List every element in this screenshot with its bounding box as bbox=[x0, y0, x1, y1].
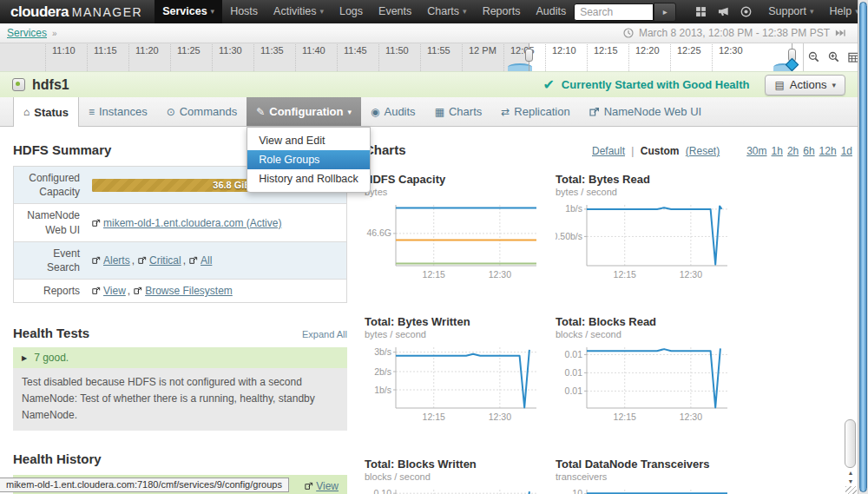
zoom-in-icon[interactable] bbox=[828, 51, 839, 63]
page-scrollbar-track[interactable] bbox=[858, 0, 868, 494]
tab-replication[interactable]: ⇄Replication bbox=[491, 97, 579, 126]
list-icon: ≡ bbox=[89, 106, 95, 118]
breadcrumb-services-link[interactable]: Services bbox=[7, 27, 47, 39]
tab-commands[interactable]: ⊙Commands bbox=[157, 97, 247, 126]
charts-view-default-link[interactable]: Default bbox=[592, 145, 625, 157]
topnav-item-logs[interactable]: Logs bbox=[332, 0, 371, 23]
tab-label: Charts bbox=[449, 105, 482, 118]
chart-card-total-blocks-read: Total: Blocks Readblocks / second0.010.0… bbox=[556, 315, 733, 426]
scroll-down-arrow-icon[interactable]: ▼ bbox=[848, 478, 854, 486]
charts-scrollbar-arrows[interactable]: ▲▼ bbox=[845, 469, 856, 486]
parcels-grid-icon[interactable] bbox=[695, 6, 707, 17]
chart-unit-label: blocks / second bbox=[365, 471, 542, 482]
tab-label: NameNode Web UI bbox=[604, 105, 701, 118]
chart-plot-hdfs-capacity[interactable]: 46.6G12:1512:30 bbox=[365, 201, 542, 284]
svg-text:0.01: 0.01 bbox=[565, 385, 583, 396]
timeline-tick-11-25: 11:25 bbox=[170, 43, 212, 71]
topnav-item-events[interactable]: Events bbox=[371, 0, 419, 23]
topnav-item-hosts[interactable]: Hosts bbox=[222, 0, 266, 23]
home-icon: ⌂ bbox=[23, 106, 30, 118]
chart-range-link-12h[interactable]: 12h bbox=[819, 145, 837, 157]
chart-unit-label: bytes / second bbox=[556, 187, 733, 197]
search-box: ▸ bbox=[574, 3, 676, 22]
chart-title: HDFS Capacity bbox=[365, 173, 542, 186]
topnav-item-audits[interactable]: Audits bbox=[528, 0, 574, 23]
configuration-icon: ✎ bbox=[256, 106, 265, 118]
external-link-icon bbox=[134, 287, 142, 295]
health-tests-good-row[interactable]: ▶ 7 good. bbox=[13, 347, 347, 368]
chart-plot-total-datanode-transceivers[interactable]: 1012:1512:30 bbox=[556, 485, 733, 494]
running-commands-icon[interactable] bbox=[740, 6, 752, 17]
health-tests-good-label: 7 good. bbox=[34, 352, 69, 364]
chart-range-link-6h[interactable]: 6h bbox=[803, 145, 814, 157]
charts-view-custom-label: Custom bbox=[641, 145, 680, 157]
zoom-out-icon[interactable] bbox=[808, 51, 819, 63]
health-history-view-link[interactable]: View bbox=[305, 480, 339, 492]
link-separator: , bbox=[132, 254, 135, 267]
selection-start-handle[interactable] bbox=[525, 49, 533, 62]
service-tab-bar: ⌂Status≡Instances⊙Commands✎Configuration… bbox=[0, 97, 858, 127]
tab-label: Audits bbox=[384, 105, 415, 118]
expand-all-link[interactable]: Expand All bbox=[302, 329, 347, 339]
topnav-item-activities[interactable]: Activities▾ bbox=[266, 0, 332, 23]
chart-range-link-2h[interactable]: 2h bbox=[787, 145, 799, 157]
time-range-label: March 8 2013, 12:08 PM - 12:38 PM PST bbox=[639, 27, 830, 39]
tab-instances[interactable]: ≡Instances bbox=[79, 97, 157, 126]
health-tests-disabled-note: Test disabled because HDFS is not config… bbox=[13, 368, 347, 431]
brand-secondary: MANAGER bbox=[72, 5, 142, 19]
scroll-up-arrow-icon[interactable]: ▲ bbox=[848, 469, 854, 478]
support-menu[interactable]: Support▾ bbox=[760, 0, 821, 23]
health-history-title: Health History bbox=[13, 451, 347, 466]
timeline-tick-11-55: 11:55 bbox=[420, 43, 462, 71]
actions-button[interactable]: ▤ Actions ▾ bbox=[765, 75, 845, 96]
topnav-item-charts[interactable]: Charts▾ bbox=[419, 0, 474, 23]
link-separator: , bbox=[183, 254, 186, 267]
chart-plot-total-bytes-written[interactable]: 3b/s2b/s1b/s12:1512:30 bbox=[365, 343, 542, 426]
chart-plot-total-blocks-written[interactable]: 0.1012:1512:30 bbox=[365, 485, 542, 494]
charts-view-reset-link[interactable]: (Reset) bbox=[686, 145, 720, 157]
search-input[interactable] bbox=[574, 3, 654, 21]
megaphone-icon[interactable] bbox=[718, 6, 729, 17]
topnav-item-services[interactable]: Services▾ bbox=[155, 0, 222, 23]
service-health-status-link[interactable]: ✔ Currently Started with Good Health bbox=[542, 76, 749, 93]
external-link-icon bbox=[92, 256, 101, 265]
event-search-link-all[interactable]: All bbox=[189, 254, 212, 267]
tab-status[interactable]: ⌂Status bbox=[13, 97, 79, 127]
time-selector-timeline[interactable]: 11:1011:1511:2011:2511:3011:3511:4011:45… bbox=[0, 43, 858, 72]
event-search-link-critical[interactable]: Critical bbox=[138, 254, 181, 267]
tab-namenode-web-ui[interactable]: NameNode Web UI bbox=[580, 97, 711, 126]
caret-down-icon: ▾ bbox=[463, 0, 467, 23]
namenode-link-mikem-old-1-ent-cloudera-com-active[interactable]: mikem-old-1.ent.cloudera.com (Active) bbox=[92, 217, 281, 229]
link-label: mikem-old-1.ent.cloudera.com (Active) bbox=[103, 217, 281, 229]
charts-view-switch: Default | Custom (Reset) bbox=[592, 145, 720, 157]
resize-grip[interactable] bbox=[845, 486, 857, 494]
tab-charts[interactable]: ▦Charts bbox=[425, 97, 492, 126]
topnav-item-label: Services bbox=[162, 0, 207, 23]
chart-plot-total-blocks-read[interactable]: 0.010.010.0112:1512:30 bbox=[556, 343, 733, 426]
calendar-icon[interactable] bbox=[848, 51, 858, 63]
series-bytes-written bbox=[396, 350, 529, 408]
reports-link-browse-filesystem[interactable]: Browse Filesystem bbox=[134, 285, 233, 297]
jump-to-now-icon[interactable] bbox=[835, 28, 845, 38]
event-search-link-alerts[interactable]: Alerts bbox=[92, 254, 130, 267]
tab-audits[interactable]: ◉Audits bbox=[361, 97, 425, 126]
page-scrollbar-thumb[interactable] bbox=[859, 2, 867, 492]
svg-text:12:15: 12:15 bbox=[614, 269, 636, 280]
chart-card-hdfs-capacity: HDFS Capacitybytes46.6G12:1512:30 bbox=[365, 173, 542, 284]
tab-configuration[interactable]: ✎Configuration▾View and EditRole GroupsH… bbox=[247, 97, 361, 126]
search-submit-button[interactable]: ▸ bbox=[654, 3, 676, 22]
menu-item-view-and-edit[interactable]: View and Edit bbox=[247, 131, 370, 150]
menu-item-history-and-rollback[interactable]: History and Rollback bbox=[247, 169, 370, 188]
chart-title: Total DataNode Transceivers bbox=[556, 458, 733, 471]
reports-link-view[interactable]: View bbox=[92, 285, 126, 297]
menu-item-role-groups[interactable]: Role Groups bbox=[247, 150, 370, 169]
topnav-item-reports[interactable]: Reports bbox=[475, 0, 529, 23]
chart-range-link-30m[interactable]: 30m bbox=[746, 145, 766, 157]
chart-range-link-1h[interactable]: 1h bbox=[772, 145, 783, 157]
tab-label: Instances bbox=[99, 105, 148, 118]
chart-title: Total: Bytes Read bbox=[556, 173, 733, 186]
chart-plot-total-bytes-read[interactable]: 1b/s0.50b/s12:1512:30 bbox=[556, 201, 733, 284]
chart-range-link-1d[interactable]: 1d bbox=[841, 145, 852, 157]
charts-scrollbar-thumb[interactable] bbox=[845, 419, 856, 468]
cloudera-manager-logo[interactable]: clouderaMANAGER bbox=[10, 3, 142, 21]
